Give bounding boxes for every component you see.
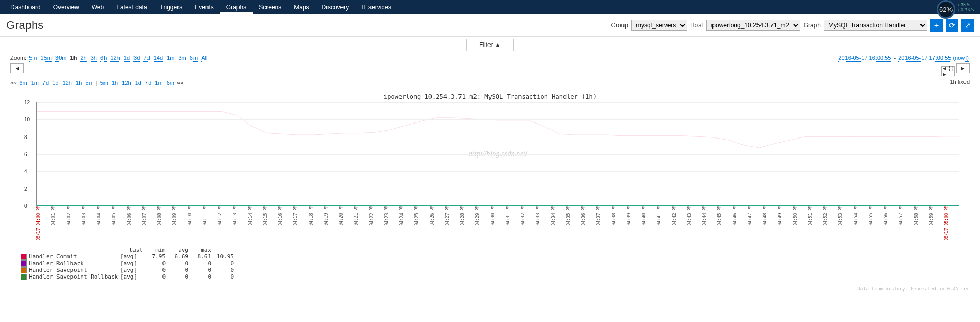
navfwd-12h[interactable]: 12h	[122, 80, 131, 86]
xtick: 04:57 PM	[899, 206, 914, 241]
navfwd-1d[interactable]: 1d	[135, 80, 141, 86]
zoom-6h[interactable]: 6h	[100, 55, 107, 62]
chart-canvas[interactable]: http://blog.csdn.net/ 024681012	[36, 102, 959, 206]
page-title: Graphs	[6, 19, 43, 32]
graph-label: Graph	[804, 22, 821, 29]
top-nav: DashboardOverviewWebLatest dataTriggersE…	[0, 0, 980, 14]
legend-name: Handler Savepoint Rollback	[29, 273, 120, 280]
nav-discovery[interactable]: Discovery	[316, 1, 355, 14]
nav-next-button[interactable]: ►	[956, 63, 970, 73]
navfwd-6m[interactable]: 6m	[167, 80, 174, 86]
nav-latest-data[interactable]: Latest data	[110, 1, 153, 14]
xtick: 04:53 PM	[838, 206, 853, 241]
xtick: 04:51 PM	[808, 206, 823, 241]
refresh-button[interactable]: ⟳	[946, 19, 958, 32]
nav-it-services[interactable]: IT services	[355, 1, 397, 14]
legend-col: min	[143, 247, 166, 253]
xtick: 04:46 PM	[733, 206, 748, 241]
zoom-30m[interactable]: 30m	[55, 55, 66, 62]
xtick: 04:34 PM	[551, 206, 566, 241]
ytick: 10	[24, 117, 30, 122]
xtick: 04:18 PM	[309, 206, 324, 241]
ytick: 2	[24, 186, 27, 191]
gauge-down: ↓ 0.7K/s	[957, 7, 974, 12]
nav-dashboard[interactable]: Dashboard	[4, 1, 47, 14]
group-select[interactable]: mysql_servers	[631, 20, 687, 31]
nav-triggers[interactable]: Triggers	[154, 1, 189, 14]
nav-graphs[interactable]: Graphs	[220, 1, 253, 14]
nav-prev-button[interactable]: ◄	[10, 63, 24, 73]
navback-1h[interactable]: 1h	[76, 80, 82, 86]
legend-val: 7.95	[143, 253, 166, 260]
footnote: Data from history. Generated in 0.45 sec	[0, 285, 980, 293]
xtick: 04:31 PM	[506, 206, 521, 241]
zoom-All[interactable]: All	[201, 55, 207, 62]
xtick: 04:25 PM	[414, 206, 429, 241]
xtick: 04:36 PM	[581, 206, 596, 241]
zoom-14d[interactable]: 14d	[154, 55, 163, 62]
navback-1m[interactable]: 1m	[31, 80, 39, 86]
xtick: 04:42 PM	[672, 206, 687, 241]
legend-val: 0	[166, 273, 188, 280]
zoom-15m[interactable]: 15m	[41, 55, 52, 62]
xtick: 04:47 PM	[748, 206, 763, 241]
zoom-7d[interactable]: 7d	[143, 55, 150, 62]
xtick: 04:50 PM	[793, 206, 808, 241]
filter-tab[interactable]: Filter ▲	[0, 39, 980, 51]
zoom-2h[interactable]: 2h	[80, 55, 86, 62]
xtick: 04:22 PM	[369, 206, 384, 241]
zoom-3d[interactable]: 3d	[133, 55, 140, 62]
xtick: 04:20 PM	[339, 206, 354, 241]
fullscreen-button[interactable]: ⤢	[961, 19, 974, 32]
zoom-3h[interactable]: 3h	[91, 55, 97, 62]
navfwd-7d[interactable]: 7d	[145, 80, 151, 86]
time-to[interactable]: 2016-05-17 17:00:55 (now!)	[898, 55, 969, 62]
zoom-1d[interactable]: 1d	[124, 55, 130, 62]
navback-12h[interactable]: 12h	[63, 80, 72, 86]
navfwd-1m[interactable]: 1m	[155, 80, 162, 86]
nav-maps[interactable]: Maps	[288, 1, 315, 14]
xtick: 04:45 PM	[717, 206, 732, 241]
navback-5m[interactable]: 5m	[85, 80, 93, 86]
nav-zoom-button[interactable]: ◄ ¦ ¦ ►	[941, 66, 955, 76]
xtick: 05/17 04:00 PM	[36, 206, 51, 241]
zoom-3m[interactable]: 3m	[179, 55, 186, 62]
nav-web[interactable]: Web	[85, 1, 110, 14]
host-label: Host	[690, 22, 703, 29]
zoom-6m[interactable]: 6m	[190, 55, 198, 62]
nav-screens[interactable]: Screens	[253, 1, 288, 14]
navfwd-5m[interactable]: 5m	[100, 80, 108, 86]
navback-1d[interactable]: 1d	[52, 80, 58, 86]
xtick: 04:21 PM	[354, 206, 369, 241]
navfwd-1h[interactable]: 1h	[112, 80, 118, 86]
page-header: Graphs Group mysql_servers Host ipowerlo…	[0, 14, 980, 37]
legend-val: 8.61	[188, 253, 211, 260]
zoom-12h[interactable]: 12h	[110, 55, 120, 62]
navback-7d[interactable]: 7d	[42, 80, 49, 86]
gauge-up: ↑ 3K/s	[957, 2, 974, 7]
xtick: 04:58 PM	[914, 206, 929, 241]
xtick: 04:56 PM	[884, 206, 899, 241]
xtick: 04:16 PM	[278, 206, 293, 241]
zoom-5m[interactable]: 5m	[29, 55, 37, 62]
time-from[interactable]: 2016-05-17 16:00:55	[838, 55, 891, 62]
zoom-1m[interactable]: 1m	[167, 55, 174, 62]
nav-overview[interactable]: Overview	[47, 1, 85, 14]
xtick: 04:49 PM	[778, 206, 793, 241]
nav-events[interactable]: Events	[188, 1, 220, 14]
xtick: 04:40 PM	[642, 206, 657, 241]
host-select[interactable]: ipowerlong_10.254.3.71_m2	[706, 20, 800, 31]
xtick: 04:30 PM	[491, 206, 506, 241]
xtick: 04:28 PM	[460, 206, 475, 241]
xtick: 04:08 PM	[157, 206, 172, 241]
add-button[interactable]: +	[930, 19, 943, 32]
navback-6m[interactable]: 6m	[19, 80, 27, 86]
xtick: 04:27 PM	[445, 206, 460, 241]
ytick: 8	[24, 134, 27, 140]
xtick: 04:33 PM	[536, 206, 551, 241]
graph-select[interactable]: MySQL Transaction Handler	[824, 20, 927, 31]
xtick: 04:59 PM	[929, 206, 944, 241]
xtick: 04:06 PM	[127, 206, 142, 241]
gauge-pct: 62%	[937, 0, 955, 19]
xtick: 05/17 05:00 PM	[944, 206, 959, 241]
